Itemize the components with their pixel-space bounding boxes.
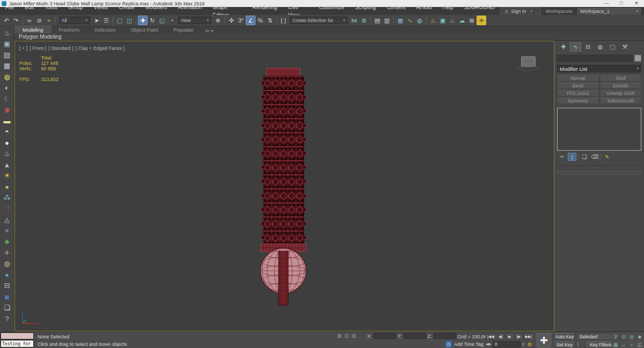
render-production-icon[interactable]: ♨ bbox=[448, 16, 457, 25]
teapot-primitive-icon[interactable]: ♨ bbox=[2, 149, 13, 160]
mirror-icon[interactable]: ⋈ bbox=[349, 16, 359, 25]
z-coordinate[interactable]: Z: bbox=[428, 333, 456, 339]
current-frame-field[interactable]: 0 bbox=[493, 341, 521, 347]
viewport-front[interactable]: [ + ][ Front ][ Standard ][ Clay + Edged… bbox=[14, 41, 554, 331]
go-to-end-button[interactable]: ▶▶| bbox=[524, 333, 534, 340]
modifier-normal-button[interactable]: Normal bbox=[557, 75, 599, 82]
configure-modifier-sets-icon[interactable]: ✎ bbox=[603, 153, 611, 161]
x-coordinate-field[interactable] bbox=[374, 333, 396, 339]
key-filter-icon[interactable]: ⌇ bbox=[577, 342, 579, 347]
undo-icon[interactable]: ↶ bbox=[2, 16, 11, 25]
ribbon-overflow-button[interactable]: 🗁 ▾ bbox=[201, 28, 217, 33]
use-pivot-point-center-icon[interactable]: ⊕ bbox=[213, 16, 223, 25]
bird-object-icon[interactable]: ✈ bbox=[2, 247, 13, 258]
lamp-cap[interactable] bbox=[267, 68, 300, 76]
selection-lock-icon[interactable]: ⊡ bbox=[344, 333, 348, 339]
angle-snap-toggle-icon[interactable]: ∠ bbox=[246, 16, 255, 25]
object-color-swatch[interactable] bbox=[634, 55, 641, 62]
z-coordinate-field[interactable] bbox=[434, 333, 456, 339]
rectangular-selection-region-icon[interactable]: ▢ bbox=[115, 16, 125, 25]
tab-freeform[interactable]: Freeform bbox=[52, 26, 87, 33]
select-and-manipulate-icon[interactable]: ✜ bbox=[226, 16, 236, 25]
selected-sphere-icon[interactable]: ◙ bbox=[2, 291, 13, 302]
olive-sphere-icon[interactable]: ● bbox=[2, 181, 13, 192]
crumpled-ball-icon[interactable]: ✶ bbox=[2, 225, 13, 236]
maxscript-mini-listener-pink[interactable] bbox=[1, 332, 34, 339]
modifier-shell-button[interactable]: Shell bbox=[600, 75, 642, 82]
maximize-button[interactable]: □ bbox=[614, 0, 629, 7]
lamp-sconce-model[interactable] bbox=[15, 41, 555, 331]
render-setup-icon[interactable]: ♨ bbox=[428, 16, 438, 25]
spotlight-icon[interactable]: ◐ bbox=[2, 83, 13, 94]
select-and-move-icon[interactable]: ✚ bbox=[138, 16, 148, 25]
help-icon[interactable]: ? bbox=[2, 313, 13, 324]
foliage-icon[interactable]: ♣ bbox=[2, 236, 13, 248]
next-frame-button[interactable]: |▶ bbox=[515, 333, 523, 340]
named-selection-sets-dropdown[interactable]: Create Selection Se▾ bbox=[290, 17, 348, 24]
camera-icon[interactable]: ◉ bbox=[2, 105, 13, 116]
modifier-ffd-button[interactable]: FFD 2x2x2 bbox=[557, 90, 599, 97]
modifier-list-dropdown[interactable]: Modifier List ▾ bbox=[557, 65, 641, 72]
pan-icon[interactable]: ↔ bbox=[620, 341, 627, 348]
polygon-modeling-panel-bar[interactable]: Polygon Modeling bbox=[14, 33, 644, 41]
window-crossing-icon[interactable]: ◫ bbox=[125, 16, 134, 25]
modifier-bend-button[interactable]: Bend bbox=[557, 83, 599, 89]
zoom-extents-icon[interactable]: ◎ bbox=[628, 333, 635, 340]
close-button[interactable]: ✕ bbox=[629, 0, 644, 7]
teapot-menu-icon[interactable]: ♨ bbox=[2, 27, 13, 39]
particle-scatter-icon[interactable]: ⁂ bbox=[2, 192, 13, 204]
selection-filter-dropdown[interactable]: All▾ bbox=[59, 17, 90, 24]
cone-primitive-icon[interactable]: ▲ bbox=[2, 159, 13, 171]
lamp-rod[interactable] bbox=[279, 251, 288, 305]
light-bulb-icon[interactable]: ◍ bbox=[2, 71, 13, 83]
hierarchy-tab-icon[interactable]: ⊟ bbox=[582, 42, 594, 51]
y-coordinate[interactable]: Y: bbox=[398, 333, 426, 339]
edit-named-selection-sets-icon[interactable]: { } bbox=[279, 16, 288, 25]
modifier-stack[interactable] bbox=[557, 108, 641, 151]
maxscript-mini-listener-white[interactable]: Testing for ; bbox=[1, 340, 34, 347]
schematic-view-icon[interactable]: ∿ bbox=[405, 16, 415, 25]
modifier-turbosmooth-button[interactable]: TurboSmooth bbox=[600, 98, 642, 104]
rollout-strip[interactable] bbox=[555, 169, 643, 176]
sphere-primitive-icon[interactable]: ● bbox=[2, 137, 13, 149]
molecule-icon[interactable]: ∷ bbox=[2, 203, 13, 214]
align-icon[interactable]: ≣ bbox=[359, 16, 369, 25]
modifier-symmetry-button[interactable]: Symmetry bbox=[557, 98, 599, 104]
zoom-all-icon[interactable]: ⊙ bbox=[620, 333, 627, 340]
workspace-dropdown[interactable]: Workspace_1 ▾ bbox=[577, 8, 641, 14]
zoom-extents-all-icon[interactable]: ◈ bbox=[636, 333, 643, 340]
pin-stack-icon[interactable]: ✑ bbox=[558, 153, 566, 161]
percent-snap-toggle-icon[interactable]: % bbox=[255, 16, 265, 25]
utilities-tab-icon[interactable]: ⚒ bbox=[619, 42, 631, 51]
object-name-field[interactable] bbox=[557, 55, 633, 62]
select-and-rotate-icon[interactable]: ↻ bbox=[148, 16, 157, 25]
create-tab-icon[interactable]: ✚ bbox=[558, 42, 569, 51]
motion-tab-icon[interactable]: ◍ bbox=[595, 42, 606, 51]
absolute-mode-icon[interactable]: ⊞ bbox=[352, 333, 356, 339]
frame-step-icon[interactable]: ◀▶ bbox=[486, 342, 492, 346]
basket-object-icon[interactable]: ◬ bbox=[2, 214, 13, 226]
dome-primitive-icon[interactable]: ◓ bbox=[2, 127, 13, 138]
render-window-icon[interactable]: ▣ bbox=[2, 39, 13, 50]
glossy-sphere-icon[interactable]: ● bbox=[2, 269, 13, 280]
display-tab-icon[interactable]: ▢ bbox=[607, 42, 618, 51]
set-key-button[interactable]: Set Key bbox=[554, 341, 575, 348]
set-keys-button[interactable]: ✚ bbox=[537, 333, 551, 347]
material-editor-icon[interactable]: ◍ bbox=[415, 16, 425, 25]
select-and-link-icon[interactable]: ∞ bbox=[25, 16, 34, 25]
modifier-unwrap-uvw-button[interactable]: Unwrap UVW bbox=[600, 90, 642, 97]
select-and-place-icon[interactable]: ◔ bbox=[167, 16, 177, 25]
go-to-start-button[interactable]: |◀◀ bbox=[486, 333, 496, 340]
isolate-selection-icon[interactable]: ⊠ bbox=[337, 333, 341, 339]
tab-selection[interactable]: Selection bbox=[87, 26, 123, 33]
unlink-selection-icon[interactable]: ⊘ bbox=[34, 16, 44, 25]
auto-key-button[interactable]: Auto Key bbox=[554, 333, 575, 340]
make-unique-icon[interactable]: ❏ bbox=[580, 153, 589, 161]
scene-explorer-icon[interactable]: ▤ bbox=[372, 16, 382, 25]
reference-coordinate-system-dropdown[interactable]: View▾ bbox=[178, 17, 211, 24]
frame-spinner[interactable]: ⇕ bbox=[522, 342, 525, 347]
tab-populate[interactable]: Populate bbox=[166, 26, 201, 33]
minimize-button[interactable]: — bbox=[599, 0, 614, 7]
previous-frame-button[interactable]: ◀| bbox=[496, 333, 505, 340]
spreadsheet-panel-icon[interactable]: ▦ bbox=[2, 61, 13, 72]
